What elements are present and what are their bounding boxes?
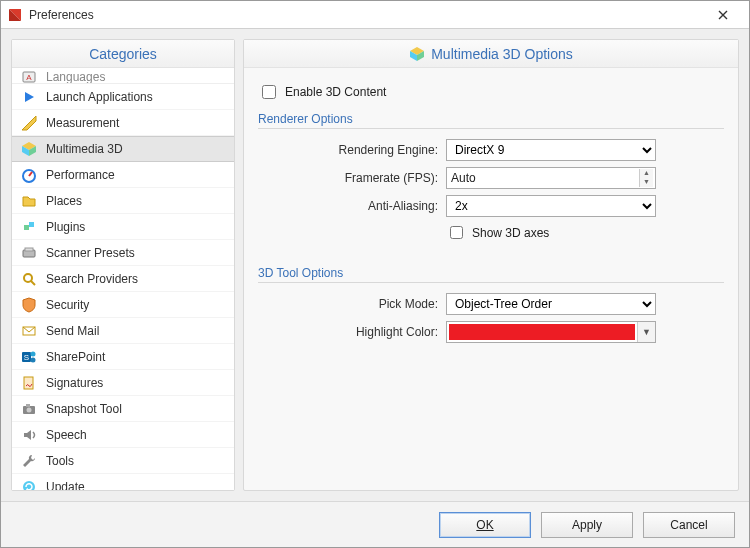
category-item-tools[interactable]: Tools xyxy=(12,448,234,474)
category-item-label: Scanner Presets xyxy=(46,246,135,260)
highlight-color-swatch xyxy=(449,324,635,340)
highlight-color-row: Highlight Color: ▼ xyxy=(258,321,724,343)
speech-icon xyxy=(20,426,38,444)
svg-point-20 xyxy=(31,351,36,356)
category-item-performance[interactable]: Performance xyxy=(12,162,234,188)
rendering-engine-label: Rendering Engine: xyxy=(258,143,438,157)
sendmail-icon xyxy=(20,322,38,340)
update-icon xyxy=(20,478,38,491)
tools-icon xyxy=(20,452,38,470)
renderer-options-group-label: Renderer Options xyxy=(258,112,724,126)
category-item-speech[interactable]: Speech xyxy=(12,422,234,448)
category-item-label: Speech xyxy=(46,428,87,442)
security-icon xyxy=(20,296,38,314)
category-item-label: Snapshot Tool xyxy=(46,402,122,416)
category-item-label: Places xyxy=(46,194,82,208)
ok-button[interactable]: OK xyxy=(439,512,531,538)
svg-line-10 xyxy=(29,172,32,176)
launch-icon xyxy=(20,88,38,106)
options-panel: Multimedia 3D Options Enable 3D Content … xyxy=(243,39,739,491)
divider xyxy=(258,282,724,283)
anti-aliasing-row: Anti-Aliasing: 2x xyxy=(258,195,724,217)
svg-text:A: A xyxy=(26,73,32,82)
anti-aliasing-select[interactable]: 2x xyxy=(446,195,656,217)
category-item-signatures[interactable]: Signatures xyxy=(12,370,234,396)
window-close-button[interactable] xyxy=(703,2,743,28)
category-item-label: Multimedia 3D xyxy=(46,142,123,156)
framerate-label: Framerate (FPS): xyxy=(258,171,438,185)
3d-tool-options-group-label: 3D Tool Options xyxy=(258,266,724,280)
svg-line-16 xyxy=(31,281,35,285)
svg-point-24 xyxy=(27,407,32,412)
category-item-label: Launch Applications xyxy=(46,90,153,104)
titlebar: Preferences xyxy=(1,1,749,29)
close-icon xyxy=(718,10,728,20)
category-item-launch-applications[interactable]: Launch Applications xyxy=(12,84,234,110)
spinner-down-icon[interactable]: ▼ xyxy=(639,178,653,187)
framerate-spinner[interactable]: Auto ▲ ▼ xyxy=(446,167,656,189)
framerate-row: Framerate (FPS): Auto ▲ ▼ xyxy=(258,167,724,189)
category-item-label: Performance xyxy=(46,168,115,182)
category-item-label: Update xyxy=(46,480,85,491)
enable-3d-content-label: Enable 3D Content xyxy=(285,85,386,99)
category-item-label: Languages xyxy=(46,70,105,84)
category-item-measurement[interactable]: Measurement xyxy=(12,110,234,136)
search-providers-icon xyxy=(20,270,38,288)
svg-text:S: S xyxy=(24,353,29,362)
options-header: Multimedia 3D Options xyxy=(244,40,738,68)
enable-3d-content-row[interactable]: Enable 3D Content xyxy=(258,82,724,102)
show-3d-axes-control[interactable]: Show 3D axes xyxy=(446,223,656,242)
framerate-value: Auto xyxy=(451,171,476,185)
category-item-label: Measurement xyxy=(46,116,119,130)
app-icon xyxy=(7,7,23,23)
category-item-update[interactable]: Update xyxy=(12,474,234,490)
category-item-search-providers[interactable]: Search Providers xyxy=(12,266,234,292)
spinner-up-icon[interactable]: ▲ xyxy=(639,169,653,178)
performance-icon xyxy=(20,166,38,184)
highlight-color-label: Highlight Color: xyxy=(258,325,438,339)
scanner-icon xyxy=(20,244,38,262)
svg-rect-22 xyxy=(24,377,33,389)
anti-aliasing-label: Anti-Aliasing: xyxy=(258,199,438,213)
measurement-icon xyxy=(20,114,38,132)
chevron-down-icon[interactable]: ▼ xyxy=(637,322,655,342)
highlight-color-picker[interactable]: ▼ xyxy=(446,321,656,343)
multimedia3d-icon xyxy=(20,140,38,158)
category-item-snapshot-tool[interactable]: Snapshot Tool xyxy=(12,396,234,422)
show-3d-axes-label: Show 3D axes xyxy=(472,226,549,240)
sharepoint-icon: S xyxy=(20,348,38,366)
categories-header: Categories xyxy=(12,40,234,68)
svg-marker-5 xyxy=(22,116,36,130)
category-item-label: Signatures xyxy=(46,376,103,390)
category-item-multimedia-3d[interactable]: Multimedia 3D xyxy=(12,136,234,162)
categories-list[interactable]: ALanguagesLaunch ApplicationsMeasurement… xyxy=(12,68,234,490)
category-item-send-mail[interactable]: Send Mail xyxy=(12,318,234,344)
category-item-scanner-presets[interactable]: Scanner Presets xyxy=(12,240,234,266)
category-item-places[interactable]: Places xyxy=(12,188,234,214)
options-content: Enable 3D Content Renderer Options Rende… xyxy=(244,68,738,490)
pick-mode-row: Pick Mode: Object-Tree Order xyxy=(258,293,724,315)
category-item-languages[interactable]: ALanguages xyxy=(12,70,234,84)
snapshot-icon xyxy=(20,400,38,418)
dialog-body: Categories ALanguagesLaunch Applications… xyxy=(1,29,749,501)
cancel-button[interactable]: Cancel xyxy=(643,512,735,538)
show-3d-axes-checkbox[interactable] xyxy=(450,226,463,239)
multimedia3d-icon xyxy=(409,46,425,62)
options-header-label: Multimedia 3D Options xyxy=(431,46,573,62)
apply-button[interactable]: Apply xyxy=(541,512,633,538)
categories-panel: Categories ALanguagesLaunch Applications… xyxy=(11,39,235,491)
rendering-engine-select[interactable]: DirectX 9 xyxy=(446,139,656,161)
category-item-label: Security xyxy=(46,298,89,312)
category-item-label: Send Mail xyxy=(46,324,99,338)
enable-3d-content-checkbox[interactable] xyxy=(262,85,276,99)
pick-mode-select[interactable]: Object-Tree Order xyxy=(446,293,656,315)
category-item-plugins[interactable]: Plugins xyxy=(12,214,234,240)
category-item-label: Plugins xyxy=(46,220,85,234)
svg-marker-4 xyxy=(25,92,34,102)
category-item-sharepoint[interactable]: SSharePoint xyxy=(12,344,234,370)
show-3d-axes-row: Show 3D axes xyxy=(258,223,724,242)
svg-point-15 xyxy=(24,274,32,282)
svg-rect-14 xyxy=(25,248,33,251)
category-item-security[interactable]: Security xyxy=(12,292,234,318)
divider xyxy=(258,128,724,129)
